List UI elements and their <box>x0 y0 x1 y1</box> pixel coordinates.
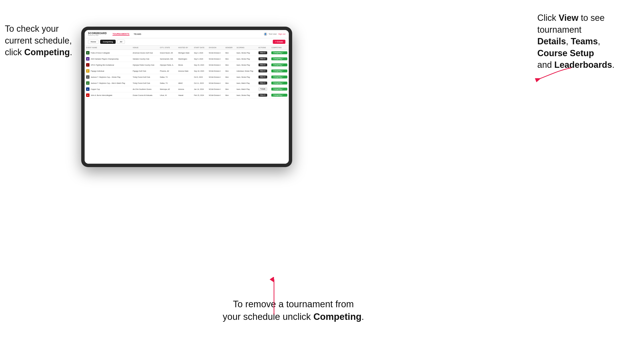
event-name: Folds of Honor Collegiate <box>91 52 110 54</box>
hosted-by-cell: Arizona <box>177 86 192 92</box>
nav-tournaments[interactable]: TOURNAMENTS <box>112 33 129 36</box>
event-name: Papago Individual <box>91 70 104 72</box>
gender-cell: Men <box>224 80 235 86</box>
user-name: Test User <box>269 33 277 35</box>
signout-link[interactable]: Sign out <box>278 33 286 35</box>
table-row: S Folds of Honor Collegiate American Dun… <box>84 50 289 56</box>
competing-badge[interactable]: Competing ✓ <box>271 51 287 54</box>
tournaments-table: EVENT NAME VENUE CITY, STATE HOSTED BY S… <box>84 45 289 98</box>
nav-right: 👤 Test User Sign out <box>264 32 286 36</box>
competing-cell: Competing ✓ <box>270 68 289 74</box>
competing-cell: Competing ✓ <box>270 50 289 56</box>
edit-button[interactable]: ✎ Edit <box>258 87 267 91</box>
event-name-cell: H John A. Burns Intercollegiate <box>84 92 131 98</box>
table-row: I OFCC Fighting Illini Invitational Olym… <box>84 62 289 68</box>
team-logo: H <box>86 93 90 97</box>
view-button[interactable]: View ⊙ <box>258 51 268 54</box>
city-cell: Grand Haven, MI <box>158 50 177 56</box>
event-name-cell: W 2023 Sahalee Players Championship <box>84 56 131 62</box>
view-button[interactable]: View ⊙ <box>258 57 268 60</box>
venue-cell: Trinity Forest Golf Club <box>131 74 158 80</box>
division-cell: NCAA Division I <box>207 62 224 68</box>
competing-badge[interactable]: Competing ✓ <box>271 94 287 97</box>
view-button[interactable]: View ⊙ <box>258 82 268 84</box>
competing-badge[interactable]: Competing ✓ <box>271 82 287 84</box>
col-gender: GENDER <box>224 45 235 50</box>
event-name: Copper Cup <box>91 88 100 90</box>
tablet-screen: SCOREBOARD Powered by clippi TOURNAMENTS… <box>84 30 289 164</box>
hosted-by-cell: Arizona State <box>177 68 192 74</box>
venue-cell: Ak-Chin Southern Dunes <box>131 86 158 92</box>
col-hosted-by: HOSTED BY <box>177 45 192 50</box>
competing-badge[interactable]: Competing ✓ <box>271 57 287 60</box>
division-cell: NCAA Division I <box>207 68 224 74</box>
competing-badge[interactable]: Competing ✓ <box>271 76 287 78</box>
col-scoring: SCORING <box>235 45 257 50</box>
annotation-bottom: To remove a tournament from your schedul… <box>208 298 378 323</box>
hosted-by-cell: Washington <box>177 56 192 62</box>
gender-cell: Men <box>224 74 235 80</box>
gender-cell: Men <box>224 56 235 62</box>
start-date-cell: Sep 18, 2023 <box>192 68 207 74</box>
table-row: P Papago Individual Papago Golf ClubPhoe… <box>84 68 289 74</box>
team-logo: J <box>86 81 90 85</box>
filter-all[interactable]: All <box>117 40 125 44</box>
gender-cell: Men <box>224 92 235 98</box>
team-logo: P <box>86 69 90 73</box>
event-name: OFCC Fighting Illini Invitational <box>91 64 114 66</box>
event-name-cell: I OFCC Fighting Illini Invitational <box>84 62 131 68</box>
scoring-cell: individual, Stroke Play <box>235 68 257 74</box>
competing-badge[interactable]: Competing ✓ <box>271 88 287 91</box>
start-date-cell: Sep 9, 2023 <box>192 56 207 62</box>
actions-cell: View ⊙ <box>257 92 270 98</box>
city-cell: Lihue, HI <box>158 92 177 98</box>
hosted-by-cell <box>177 74 192 80</box>
hosted-by-cell: Hawaii <box>177 92 192 98</box>
venue-cell: Papago Golf Club <box>131 68 158 74</box>
competing-cell: Competing ✓ <box>270 74 289 80</box>
city-cell: Maricopa, AZ <box>158 86 177 92</box>
event-name: 2023 Sahalee Players Championship <box>91 58 118 60</box>
competing-cell: Competing ✓ <box>270 86 289 92</box>
nav-bar: SCOREBOARD Powered by clippi TOURNAMENTS… <box>84 30 289 38</box>
scoreboard-logo: SCOREBOARD Powered by clippi <box>88 32 107 36</box>
filter-competing[interactable]: Competing <box>100 40 116 44</box>
city-cell: Dallas, TX <box>158 74 177 80</box>
view-button[interactable]: View ⊙ <box>258 94 268 97</box>
city-cell: Olympia Fields, IL <box>158 62 177 68</box>
view-button[interactable]: View ⊙ <box>258 69 268 72</box>
scoring-cell: team, Stroke Play <box>235 92 257 98</box>
venue-cell: Sahalee Country Club <box>131 56 158 62</box>
division-cell: NCAA Division I <box>207 50 224 56</box>
filter-home[interactable]: Home <box>88 40 99 44</box>
start-date-cell: Jan 14, 2024 <box>192 86 207 92</box>
arrow-to-view <box>535 60 574 85</box>
tablet-device: SCOREBOARD Powered by clippi TOURNAMENTS… <box>81 27 292 167</box>
competing-badge[interactable]: Competing ✓ <box>271 63 287 66</box>
division-cell: NCAA Division I <box>207 80 224 86</box>
event-name-cell: P Papago Individual <box>84 68 131 74</box>
actions-cell: View ⊙ <box>257 68 270 74</box>
arrow-to-bottom-competing <box>267 277 281 316</box>
col-city: CITY, STATE <box>158 45 177 50</box>
event-name: Jackson T. Stephens Cup – Men's Match Pl… <box>91 82 125 84</box>
start-date-cell: Oct 11, 2023 <box>192 80 207 86</box>
team-logo: S <box>86 51 90 54</box>
event-name-cell: A Copper Cup <box>84 86 131 92</box>
event-name: Jackson T. Stephens Cup – Stroke Play <box>91 76 120 78</box>
gender-cell: Men <box>224 68 235 74</box>
create-button[interactable]: + Create <box>273 40 286 44</box>
col-venue: VENUE <box>131 45 158 50</box>
view-button[interactable]: View ⊙ <box>258 76 268 78</box>
hosted-by-cell: Illinois <box>177 62 192 68</box>
gender-cell: Men <box>224 50 235 56</box>
view-button[interactable]: View ⊙ <box>258 63 268 66</box>
venue-cell: Ocean Course At Hokuala <box>131 92 158 98</box>
start-date-cell: Feb 15, 2024 <box>192 92 207 98</box>
col-start-date: START DATE <box>192 45 207 50</box>
competing-badge[interactable]: Competing ✓ <box>271 69 287 72</box>
division-cell: NCAA Division I <box>207 92 224 98</box>
venue-cell: American Dunes Golf Club <box>131 50 158 56</box>
start-date-cell: Oct 9, 2023 <box>192 74 207 80</box>
nav-teams[interactable]: TEAMS <box>134 33 141 35</box>
